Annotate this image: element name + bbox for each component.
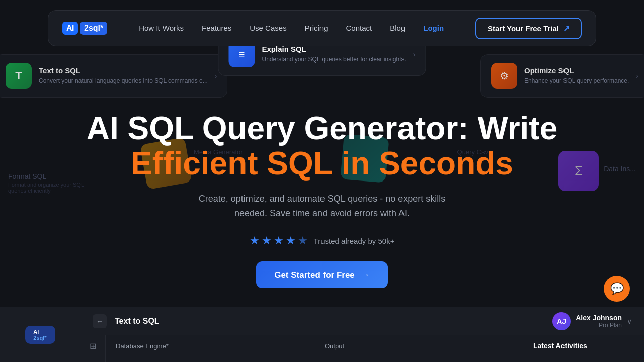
bottom-logo: AI2sql* [0,307,80,362]
feature-desc: Enhance your SQL query performance. [524,77,629,85]
bottom-sidebar-icon[interactable]: ⊞ [80,335,106,362]
feature-title: Optimize SQL [524,66,629,75]
star-3: ★ [274,234,284,247]
chevron-down-icon: ∨ [627,317,632,325]
card-arrow-icon: › [636,72,638,80]
hero-title-highlight: Efficient SQL in Seconds [131,145,513,182]
trust-text: Trusted already by 50k+ [314,237,395,245]
get-started-label: Get Started for Free [274,270,355,280]
hero-title: AI SQL Query Generator: Write Efficient … [0,111,644,182]
feature-card-text: Text to SQL Convert your natural languag… [39,66,208,85]
user-info[interactable]: AJ Alex Johnson Pro Plan ∨ [552,312,632,330]
card-arrow-icon: › [215,72,217,80]
output-label: Output [325,342,344,350]
chat-button[interactable]: 💬 [604,276,630,302]
feature-card-text: Explain SQL Understand your SQL queries … [262,45,406,64]
text-to-sql-icon: T [6,63,32,89]
card-arrow-icon: › [413,50,416,58]
get-started-arrow-icon: → [361,269,370,280]
user-plan: Pro Plan [576,322,622,329]
logo: AI 2sql* [62,22,107,35]
star-2: ★ [262,234,272,247]
hero-section: AI SQL Query Generator: Write Efficient … [0,111,644,288]
feature-desc: Understand your SQL queries better for c… [262,55,406,64]
bottom-panels: Database Engine* Output Latest Activitie… [106,335,644,362]
nav-login[interactable]: Login [423,24,444,32]
feature-card-text: Optimize SQL Enhance your SQL query perf… [524,66,629,85]
nav-pricing[interactable]: Pricing [305,24,328,32]
user-text: Alex Johnson Pro Plan [576,314,622,329]
chat-icon: 💬 [610,282,624,295]
logo-ai-text: AI [62,22,78,35]
logo-2sql-text: 2sql* [80,22,107,35]
bottom-main-area: ← Text to SQL AJ Alex Johnson Pro Plan ∨… [80,307,644,362]
nav-use-cases[interactable]: Use Cases [250,24,286,32]
cta-arrow-icon: ↗ [563,24,570,33]
feature-card-text-to-sql[interactable]: T Text to SQL Convert your natural langu… [0,54,227,98]
nav-how-it-works[interactable]: How It Works [139,24,184,32]
back-button[interactable]: ← [93,314,107,328]
database-engine-label: Database Engine* [116,342,169,350]
database-engine-panel: Database Engine* [106,335,314,362]
nav-features[interactable]: Features [202,24,231,32]
bottom-topbar: ← Text to SQL AJ Alex Johnson Pro Plan ∨ [80,307,644,335]
start-trial-button[interactable]: Start Your Free Trial ↗ [475,18,582,39]
back-arrow-icon: ← [96,317,103,325]
navbar: AI 2sql* How It Works Features Use Cases… [48,10,596,46]
latest-activities-panel: Latest Activities [523,335,644,362]
hero-subtitle: Create, optimize, and automate SQL queri… [181,192,463,221]
feature-desc: Convert your natural language queries in… [39,77,208,85]
output-panel: Output [314,335,523,362]
trust-row: ★ ★ ★ ★ ★ Trusted already by 50k+ [0,234,644,247]
bottom-logo-text: AI2sql* [25,326,55,344]
bottom-topbar-title: Text to SQL [115,317,159,326]
star-rating: ★ ★ ★ ★ ★ [250,234,308,247]
user-name: Alex Johnson [576,314,622,322]
optimize-sql-icon: ⚙ [491,63,517,89]
feature-title: Text to SQL [39,66,208,75]
avatar: AJ [552,312,571,330]
star-5: ★ [298,234,308,247]
latest-activities-title: Latest Activities [533,342,587,350]
nav-links: How It Works Features Use Cases Pricing … [139,24,444,33]
star-1: ★ [250,234,260,247]
nav-blog[interactable]: Blog [390,24,405,32]
bottom-content-row: ⊞ Database Engine* Output Latest Activit… [80,335,644,362]
get-started-button[interactable]: Get Started for Free → [256,261,388,288]
bottom-app-bar: AI2sql* ← Text to SQL AJ Alex Johnson Pr… [0,307,644,362]
nav-contact[interactable]: Contact [346,24,372,32]
grid-icon: ⊞ [90,341,96,351]
star-4: ★ [286,234,296,247]
feature-card-optimize-sql[interactable]: ⚙ Optimize SQL Enhance your SQL query pe… [480,54,644,98]
